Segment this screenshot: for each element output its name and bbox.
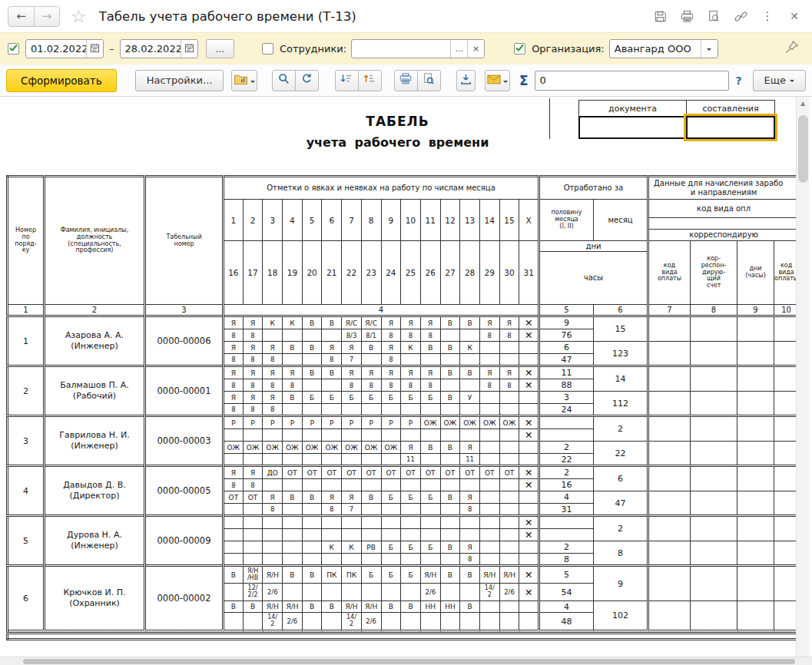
cell-day-hours[interactable] bbox=[243, 429, 263, 442]
cell-day-hours[interactable] bbox=[342, 479, 362, 491]
collapse-groups-button[interactable] bbox=[335, 70, 359, 91]
cell-tab-number[interactable]: 0000-00002 bbox=[145, 566, 224, 630]
cell-day-mark[interactable]: В bbox=[420, 442, 440, 454]
header-col-tab[interactable]: Табельный номер bbox=[145, 177, 224, 305]
cell-day-mark[interactable]: Я bbox=[224, 466, 244, 479]
cell-pay-data[interactable] bbox=[691, 342, 737, 366]
cell-day-mark[interactable]: Я bbox=[342, 491, 362, 504]
cell-day-hours[interactable] bbox=[440, 379, 460, 392]
cell-day-mark[interactable] bbox=[479, 491, 499, 504]
cell-day-hours[interactable] bbox=[302, 613, 322, 630]
cell-day-mark[interactable]: Я bbox=[499, 366, 519, 379]
cell-day-hours[interactable] bbox=[342, 529, 362, 541]
cell-pay-data[interactable] bbox=[737, 416, 774, 442]
cell-day-mark[interactable]: Б bbox=[420, 541, 440, 554]
cell-day-mark[interactable]: Я bbox=[401, 366, 421, 379]
cell-pay-data[interactable] bbox=[737, 541, 774, 566]
cell-day-hours[interactable]: 8 bbox=[224, 329, 244, 342]
cell-half-hours[interactable]: 88 bbox=[539, 379, 594, 392]
cell-employee-name[interactable]: Балмашов П. А. (Рабочий) bbox=[45, 366, 145, 416]
cell-day-mark[interactable] bbox=[499, 541, 519, 554]
cell-day-mark[interactable] bbox=[342, 516, 362, 529]
print-button[interactable] bbox=[394, 70, 418, 91]
cell-day-hours[interactable] bbox=[440, 429, 460, 442]
cell-day-mark[interactable]: Я bbox=[361, 366, 381, 379]
cell-day-hours[interactable] bbox=[224, 613, 244, 630]
header-day-number[interactable]: 26 bbox=[420, 241, 440, 305]
cell-day-hours[interactable]: 8 bbox=[499, 379, 519, 392]
cell-day-hours[interactable]: 8 bbox=[420, 379, 440, 392]
header-day-number[interactable]: 13 bbox=[460, 200, 480, 241]
cell-day-mark[interactable]: ОЖ bbox=[283, 442, 303, 454]
cell-day-hours[interactable] bbox=[440, 554, 460, 566]
cell-day-hours[interactable] bbox=[283, 329, 303, 342]
cell-day-hours[interactable]: 8 bbox=[224, 404, 244, 416]
cell-day-hours[interactable] bbox=[322, 404, 342, 416]
cell-day-mark[interactable]: Б bbox=[420, 392, 440, 404]
header-column-number[interactable]: 1 bbox=[8, 305, 45, 316]
cell-day-mark[interactable]: Р bbox=[302, 416, 322, 429]
cell-day-mark[interactable] bbox=[361, 516, 381, 529]
cell-day-mark[interactable]: В bbox=[322, 601, 342, 613]
header-day-number[interactable]: 7 bbox=[342, 200, 362, 241]
cell-day-hours[interactable] bbox=[479, 504, 499, 516]
cell-month-total[interactable]: 8 bbox=[594, 541, 648, 566]
cell-day-mark[interactable]: ОТ bbox=[342, 466, 362, 479]
cell-day-mark[interactable]: Б bbox=[302, 392, 322, 404]
cell-day-hours[interactable] bbox=[440, 479, 460, 491]
cell-day-hours[interactable] bbox=[499, 404, 519, 416]
cell-pay-data[interactable] bbox=[737, 601, 774, 630]
header-day-number[interactable]: 9 bbox=[381, 200, 401, 241]
cell-day-hours[interactable] bbox=[302, 329, 322, 342]
header-day-number[interactable]: 27 bbox=[440, 241, 460, 305]
cell-day-hours[interactable]: 8 bbox=[263, 354, 283, 366]
employees-field[interactable]: ... × bbox=[351, 39, 485, 58]
cell-day-hours[interactable]: 8 bbox=[460, 554, 480, 566]
header-day-number[interactable]: 12 bbox=[440, 200, 460, 241]
cell-pay-data[interactable] bbox=[737, 566, 774, 601]
cell-day-mark[interactable]: Я bbox=[401, 316, 421, 329]
cell-day-hours[interactable] bbox=[519, 404, 539, 416]
cell-day-hours[interactable] bbox=[401, 529, 421, 541]
cell-day-mark[interactable]: В bbox=[302, 316, 322, 329]
cell-day-hours[interactable] bbox=[342, 554, 362, 566]
cell-day-mark[interactable]: Я bbox=[224, 392, 244, 404]
cell-day-mark[interactable]: ОТ bbox=[322, 466, 342, 479]
cell-day-mark[interactable]: Я/Н bbox=[263, 601, 283, 613]
cell-pay-data[interactable] bbox=[737, 516, 774, 541]
cell-half-days[interactable]: 4 bbox=[539, 601, 594, 613]
help-button[interactable]: ? bbox=[735, 74, 741, 87]
cell-day-mark[interactable]: ОТ bbox=[440, 466, 460, 479]
cell-day-mark[interactable]: У bbox=[460, 392, 480, 404]
cell-day-hours[interactable] bbox=[263, 454, 283, 466]
employees-checkbox[interactable] bbox=[262, 43, 273, 55]
cell-day-hours[interactable]: 8 bbox=[342, 379, 362, 392]
cell-day-hours[interactable] bbox=[460, 584, 480, 601]
cell-employee-name[interactable]: Дурова Н. А. (Инженер) bbox=[45, 516, 145, 566]
cell-pay-data[interactable] bbox=[737, 342, 774, 366]
cell-day-hours[interactable] bbox=[460, 479, 480, 491]
cell-day-hours[interactable] bbox=[420, 529, 440, 541]
cell-day-mark[interactable]: ОЖ bbox=[322, 442, 342, 454]
cell-day-hours[interactable] bbox=[283, 454, 303, 466]
cell-day-mark[interactable]: В bbox=[361, 491, 381, 504]
cell-half-days[interactable]: 5 bbox=[539, 566, 594, 584]
preview-window-button[interactable] bbox=[704, 6, 724, 26]
cell-day-mark[interactable]: ОТ bbox=[224, 491, 244, 504]
report-title-line2[interactable]: учета рабочего времени bbox=[0, 135, 795, 150]
cell-row-number[interactable]: 5 bbox=[8, 516, 45, 566]
header-day-number[interactable]: 19 bbox=[283, 241, 303, 305]
cell-day-hours[interactable] bbox=[420, 479, 440, 491]
cell-day-mark[interactable]: Я bbox=[322, 491, 342, 504]
cell-day-mark[interactable] bbox=[519, 442, 539, 454]
cell-day-hours[interactable] bbox=[302, 479, 322, 491]
get-link-button[interactable] bbox=[731, 6, 751, 26]
period-checkbox[interactable] bbox=[8, 43, 19, 55]
cell-day-mark[interactable]: Б bbox=[361, 392, 381, 404]
cell-pay-data[interactable] bbox=[648, 601, 691, 630]
cell-day-hours[interactable]: 8 bbox=[420, 329, 440, 342]
cell-day-hours[interactable]: 8 bbox=[361, 379, 381, 392]
cell-day-hours[interactable] bbox=[243, 454, 263, 466]
cell-day-hours[interactable] bbox=[322, 529, 342, 541]
cell-day-mark[interactable] bbox=[243, 516, 263, 529]
